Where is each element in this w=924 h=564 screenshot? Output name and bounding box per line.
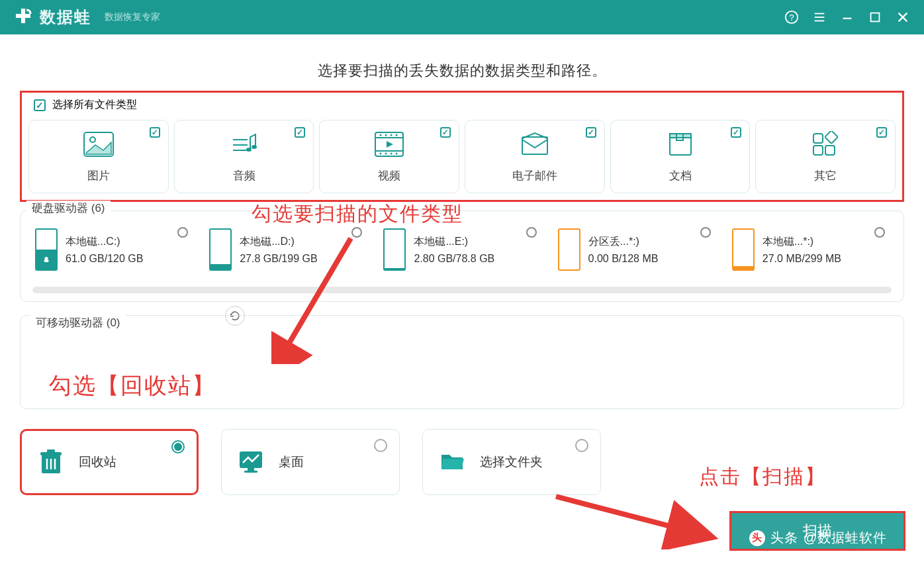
drive-size: 0.00 B/128 MB xyxy=(588,253,659,265)
drive-bar-icon xyxy=(383,228,406,271)
window-controls: ? xyxy=(784,9,911,25)
svg-rect-34 xyxy=(813,146,823,155)
drives-scrollbar[interactable] xyxy=(32,287,892,293)
svg-point-23 xyxy=(391,134,393,136)
radio-icon[interactable] xyxy=(575,439,588,452)
folder-icon xyxy=(439,448,467,476)
check-icon[interactable] xyxy=(150,127,160,138)
drives-row: 本地磁...C:) 61.0 GB/120 GB 本地磁...D:) 27.8 … xyxy=(30,224,894,275)
check-icon[interactable] xyxy=(731,127,741,138)
radio-icon[interactable] xyxy=(874,227,885,238)
svg-point-27 xyxy=(391,153,393,155)
location-label: 回收站 xyxy=(79,453,116,471)
app-name: 数据蛙 xyxy=(40,7,91,28)
title-bar: 数据蛙 数据恢复专家 ? xyxy=(0,0,924,34)
filetype-label: 电子邮件 xyxy=(472,168,598,183)
menu-icon[interactable] xyxy=(811,9,827,25)
maximize-icon[interactable] xyxy=(867,9,883,25)
svg-point-25 xyxy=(380,153,382,155)
filetype-label: 其它 xyxy=(762,168,888,183)
drive-c[interactable]: 本地磁...C:) 61.0 GB/120 GB xyxy=(30,224,197,275)
watermark-prefix: 头条 xyxy=(770,529,798,547)
drive-name: 本地磁...E:) xyxy=(414,235,494,249)
page-title: 选择要扫描的丢失数据的数据类型和路径。 xyxy=(20,61,904,81)
svg-rect-44 xyxy=(248,468,254,471)
svg-rect-45 xyxy=(244,471,257,473)
filetype-document[interactable]: 文档 xyxy=(610,120,751,193)
select-all-label: 选择所有文件类型 xyxy=(52,98,137,112)
drive-lost-partition[interactable]: 分区丢...*:) 0.00 B/128 MB xyxy=(553,224,720,275)
minimize-icon[interactable] xyxy=(839,9,855,25)
svg-rect-29 xyxy=(522,137,547,154)
document-icon xyxy=(618,130,743,159)
drive-size: 2.80 GB/78.8 GB xyxy=(414,253,494,265)
app-logo: 数据蛙 xyxy=(13,7,91,28)
filetype-grid: 图片 音频 视频 xyxy=(28,120,896,193)
svg-rect-1 xyxy=(16,14,30,18)
svg-point-12 xyxy=(90,137,95,142)
email-icon xyxy=(472,130,598,159)
filetype-label: 文档 xyxy=(618,168,743,183)
check-icon[interactable] xyxy=(586,127,596,138)
location-label: 桌面 xyxy=(279,453,304,471)
filetype-audio[interactable]: 音频 xyxy=(174,120,314,193)
filetype-other[interactable]: 其它 xyxy=(755,120,896,193)
app-subtitle: 数据恢复专家 xyxy=(105,11,160,23)
image-icon xyxy=(36,130,162,159)
radio-selected-icon[interactable] xyxy=(171,440,185,453)
radio-icon[interactable] xyxy=(700,227,711,238)
drive-name: 本地磁...*:) xyxy=(762,235,841,249)
filetype-video[interactable]: 视频 xyxy=(319,120,459,193)
drive-size: 27.0 MB/299 MB xyxy=(762,253,841,265)
location-recycle-bin[interactable]: 回收站 xyxy=(20,429,199,495)
radio-icon[interactable] xyxy=(526,227,537,238)
hard-drives-header: 硬盘驱动器 (6) xyxy=(26,201,111,216)
select-all-row[interactable]: 选择所有文件类型 xyxy=(28,98,896,112)
drive-bar-icon xyxy=(209,228,232,271)
watermark-icon: 头 xyxy=(749,530,765,546)
drive-e[interactable]: 本地磁...E:) 2.80 GB/78.8 GB xyxy=(378,224,545,275)
trash-icon xyxy=(38,448,66,476)
watermark-text: @数据蛙软件 xyxy=(804,529,887,547)
close-icon[interactable] xyxy=(895,9,911,25)
radio-icon[interactable] xyxy=(177,227,188,238)
main-content: 选择要扫描的丢失数据的数据类型和路径。 选择所有文件类型 图片 音频 xyxy=(0,34,924,508)
svg-line-46 xyxy=(285,238,351,351)
svg-point-21 xyxy=(380,134,382,136)
filetype-email[interactable]: 电子邮件 xyxy=(465,120,605,193)
check-icon[interactable] xyxy=(440,127,451,138)
svg-rect-8 xyxy=(871,13,880,22)
location-desktop[interactable]: 桌面 xyxy=(221,429,400,495)
drive-local-star[interactable]: 本地磁...*:) 27.0 MB/299 MB xyxy=(727,224,894,275)
svg-rect-36 xyxy=(825,131,838,144)
drive-name: 分区丢...*:) xyxy=(588,235,659,249)
arrow-icon xyxy=(549,490,721,549)
svg-line-47 xyxy=(556,496,708,536)
watermark: 头 头条 @数据蛙软件 xyxy=(749,529,887,547)
annotation-filetype: 勾选要扫描的文件类型 xyxy=(252,201,463,228)
removable-header: 可移动驱动器 (0) xyxy=(30,315,126,330)
svg-point-17 xyxy=(252,145,257,149)
svg-text:?: ? xyxy=(789,13,794,23)
check-icon[interactable] xyxy=(876,127,887,138)
check-icon[interactable] xyxy=(295,127,305,138)
svg-rect-35 xyxy=(825,146,835,155)
drive-bar-icon xyxy=(35,228,58,271)
location-select-folder[interactable]: 选择文件夹 xyxy=(422,429,601,495)
logo-icon xyxy=(13,7,33,27)
svg-point-16 xyxy=(246,148,252,152)
help-icon[interactable]: ? xyxy=(784,9,800,25)
arrow-icon xyxy=(271,232,364,364)
svg-rect-33 xyxy=(813,134,823,143)
svg-rect-39 xyxy=(47,449,55,453)
radio-icon[interactable] xyxy=(374,439,387,452)
other-icon xyxy=(762,130,888,159)
drive-name: 本地磁...C:) xyxy=(66,235,143,249)
drive-bar-icon xyxy=(558,228,580,271)
svg-point-26 xyxy=(385,153,387,155)
video-icon xyxy=(326,130,452,159)
annotation-scan: 点击【扫描】 xyxy=(699,463,826,491)
location-label: 选择文件夹 xyxy=(480,453,543,471)
select-all-checkbox[interactable] xyxy=(34,99,46,111)
filetype-image[interactable]: 图片 xyxy=(28,120,169,193)
